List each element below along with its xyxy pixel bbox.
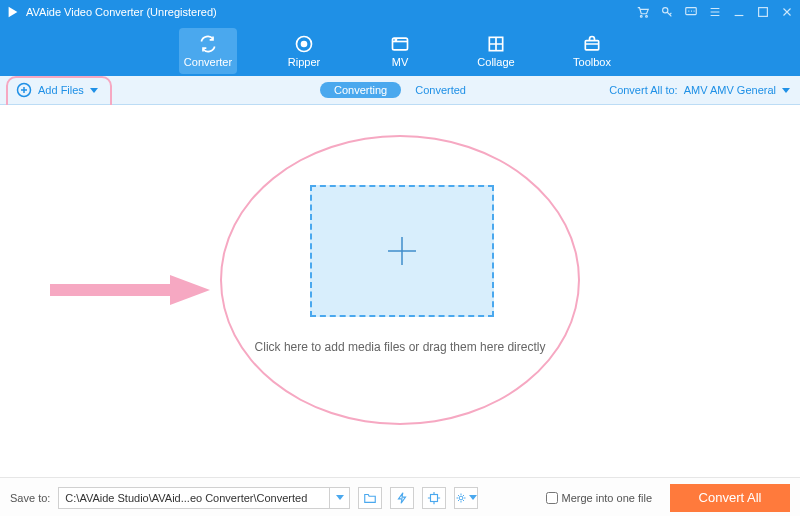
- drop-zone[interactable]: [310, 185, 494, 317]
- save-to-input[interactable]: [59, 488, 329, 508]
- add-files-button[interactable]: Add Files: [10, 79, 104, 101]
- svg-point-1: [640, 16, 642, 18]
- seg-converted[interactable]: Converted: [401, 82, 480, 98]
- chevron-down-icon: [469, 495, 477, 500]
- tab-collage[interactable]: Collage: [467, 28, 525, 74]
- svg-rect-5: [759, 8, 768, 17]
- add-files-label: Add Files: [38, 84, 84, 96]
- seg-converting[interactable]: Converting: [320, 82, 401, 98]
- converting-segmented: Converting Converted: [320, 82, 480, 98]
- svg-rect-15: [431, 494, 438, 501]
- key-icon[interactable]: [660, 5, 674, 19]
- tab-converter-label: Converter: [184, 56, 232, 68]
- merge-label-text: Merge into one file: [562, 492, 653, 504]
- svg-point-7: [302, 42, 307, 47]
- tab-toolbox[interactable]: Toolbox: [563, 28, 621, 74]
- app-logo-icon: [6, 5, 20, 19]
- convert-all-to-label: Convert All to:: [609, 84, 677, 96]
- bottom-bar: Save to: Merge into one file Convert All: [0, 477, 800, 516]
- tab-ripper[interactable]: Ripper: [275, 28, 333, 74]
- save-to-path-box: [58, 487, 350, 509]
- merge-checkbox[interactable]: [546, 492, 558, 504]
- gear-icon: [455, 491, 467, 505]
- title-bar: AVAide Video Converter (Unregistered): [0, 0, 800, 24]
- settings-button[interactable]: [454, 487, 478, 509]
- cart-icon[interactable]: [636, 5, 650, 19]
- bolt-icon: [395, 491, 409, 505]
- hardware-button[interactable]: [422, 487, 446, 509]
- minimize-icon[interactable]: [732, 5, 746, 19]
- save-to-label: Save to:: [10, 492, 50, 504]
- chevron-down-icon: [782, 88, 790, 93]
- convert-all-button[interactable]: Convert All: [670, 484, 790, 512]
- open-folder-button[interactable]: [358, 487, 382, 509]
- merge-checkbox-label[interactable]: Merge into one file: [546, 492, 653, 504]
- app-title: AVAide Video Converter (Unregistered): [26, 6, 217, 18]
- convert-all-to-value: AMV AMV General: [684, 84, 776, 96]
- save-to-dropdown[interactable]: [329, 488, 349, 508]
- svg-rect-13: [50, 284, 170, 296]
- gpu-accel-button[interactable]: [390, 487, 414, 509]
- svg-point-9: [395, 39, 396, 40]
- annotation-arrow-icon: [50, 275, 210, 305]
- tab-mv[interactable]: MV: [371, 28, 429, 74]
- plus-circle-icon: [16, 82, 32, 98]
- tab-collage-label: Collage: [477, 56, 514, 68]
- svg-marker-14: [170, 275, 210, 305]
- chevron-down-icon: [336, 495, 344, 500]
- svg-point-16: [459, 496, 463, 500]
- tab-ripper-label: Ripper: [288, 56, 320, 68]
- svg-rect-11: [585, 41, 598, 50]
- tab-toolbox-label: Toolbox: [573, 56, 611, 68]
- drop-hint: Click here to add media files or drag th…: [0, 340, 800, 354]
- main-toolbar: Converter Ripper MV Collage Toolbox: [0, 24, 800, 76]
- tab-mv-label: MV: [392, 56, 409, 68]
- chip-icon: [427, 491, 441, 505]
- tab-converter[interactable]: Converter: [179, 28, 237, 74]
- chevron-down-icon: [90, 88, 98, 93]
- svg-marker-0: [9, 7, 18, 18]
- main-canvas: Click here to add media files or drag th…: [0, 105, 800, 477]
- plus-icon: [382, 231, 422, 271]
- chat-icon[interactable]: [684, 5, 698, 19]
- maximize-icon[interactable]: [756, 5, 770, 19]
- folder-icon: [363, 491, 377, 505]
- sub-toolbar: Add Files Converting Converted Convert A…: [0, 76, 800, 104]
- svg-point-2: [646, 16, 648, 18]
- convert-all-to[interactable]: Convert All to: AMV AMV General: [609, 84, 790, 96]
- menu-icon[interactable]: [708, 5, 722, 19]
- close-icon[interactable]: [780, 5, 794, 19]
